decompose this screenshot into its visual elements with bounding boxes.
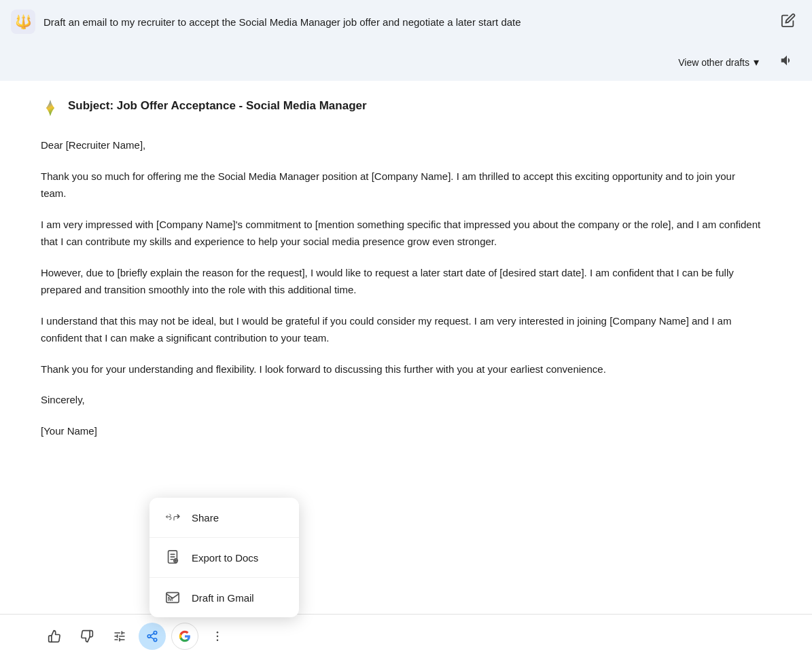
- thumbs-up-button[interactable]: [41, 623, 68, 650]
- chevron-down-icon: ▾: [754, 56, 759, 69]
- export-docs-label: Export to Docs: [192, 552, 258, 564]
- export-to-docs-menu-item[interactable]: Export to Docs: [149, 538, 299, 578]
- gmail-icon: M: [164, 590, 181, 605]
- svg-point-17: [217, 640, 219, 642]
- header: 🔱 Draft an email to my recruiter to acce…: [0, 0, 812, 43]
- share-menu-item[interactable]: Share: [149, 498, 299, 538]
- svg-point-15: [217, 632, 219, 634]
- google-button[interactable]: [171, 623, 198, 650]
- view-drafts-label: View other drafts: [678, 57, 749, 68]
- share-label: Share: [192, 512, 219, 524]
- email-para-4: I understand that this may not be ideal,…: [41, 312, 761, 347]
- sound-icon[interactable]: [775, 49, 798, 75]
- action-bar: [0, 614, 812, 658]
- svg-point-16: [217, 636, 219, 638]
- gemini-star-icon: [41, 98, 60, 120]
- svg-text:🔱: 🔱: [15, 14, 32, 30]
- svg-line-14: [150, 634, 154, 636]
- draft-in-gmail-menu-item[interactable]: M Draft in Gmail: [149, 578, 299, 617]
- share-dropdown-menu: Share Export to Docs: [149, 498, 299, 617]
- email-salutation: Dear [Recruiter Name],: [41, 136, 761, 154]
- email-para-1: Thank you so much for offering me the So…: [41, 168, 761, 202]
- document-icon: [164, 550, 181, 565]
- drafts-bar: View other drafts ▾: [0, 43, 812, 81]
- draft-gmail-label: Draft in Gmail: [192, 592, 254, 604]
- svg-line-13: [150, 637, 154, 639]
- share-button[interactable]: [139, 623, 166, 650]
- more-options-button[interactable]: [204, 623, 231, 650]
- email-para-5: Thank you for your understanding and fle…: [41, 361, 761, 378]
- email-para-3: However, due to [briefly explain the rea…: [41, 264, 761, 299]
- svg-text:M: M: [168, 596, 173, 602]
- thumbs-down-button[interactable]: [73, 623, 101, 650]
- prompt-text: Draft an email to my recruiter to accept…: [43, 15, 767, 29]
- email-signature: [Your Name]: [41, 422, 761, 440]
- app-logo: 🔱: [11, 10, 35, 34]
- subject-line: Subject: Job Offer Acceptance - Social M…: [68, 97, 367, 115]
- tune-button[interactable]: [106, 623, 133, 650]
- share-icon: [164, 510, 181, 525]
- email-body: Dear [Recruiter Name], Thank you so much…: [41, 136, 761, 439]
- email-closing: Sincerely,: [41, 391, 761, 409]
- content-area: Subject: Job Offer Acceptance - Social M…: [0, 81, 812, 658]
- edit-icon[interactable]: [775, 7, 801, 36]
- email-para-2: I am very impressed with [Company Name]'…: [41, 216, 761, 251]
- view-other-drafts-button[interactable]: View other drafts ▾: [673, 53, 764, 71]
- response-header: Subject: Job Offer Acceptance - Social M…: [41, 97, 771, 120]
